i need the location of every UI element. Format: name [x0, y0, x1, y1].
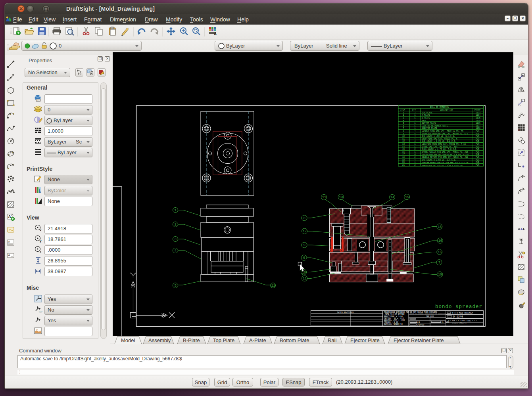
svg-text:TOP PLATE: TOP PLATE: [422, 112, 432, 114]
svg-text:1: 1: [414, 125, 415, 127]
svg-text:10: 10: [402, 135, 405, 138]
svg-text:DOUBLE RETURN PIN-DME CAT.#251: DOUBLE RETURN PIN-DME CAT.#2510 PG. J10: [422, 156, 468, 159]
svg-text:bondo spreader: bondo spreader: [435, 304, 482, 310]
svg-text:1: 1: [414, 114, 415, 117]
svg-text:PUR.: PUR.: [476, 143, 480, 145]
svg-text:SHOULDER BUSHING-DME CAT. #670: SHOULDER BUSHING-DME CAT. #6700 PG. K-7: [422, 133, 468, 135]
svg-text:7: 7: [403, 127, 404, 130]
svg-text:REFER TO ASSEMBLY DEPARTMENT F: REFER TO ASSEMBLY DEPARTMENT FOR DIMENSI…: [410, 313, 446, 315]
svg-text:11: 11: [303, 277, 307, 281]
svg-text:3/8-16UNC x .50 LG- S.H.C.S.: 3/8-16UNC x .50 LG- S.H.C.S.: [422, 135, 455, 138]
svg-text:SPRUE PULLER PIN-DME CAT. #751: SPRUE PULLER PIN-DME CAT. #7511 PG. J16: [422, 151, 468, 153]
svg-text:A: A: [8, 214, 11, 219]
svg-text:4: 4: [414, 130, 415, 132]
svg-text:Ejector Plate: Ejector Plate: [350, 337, 380, 343]
svg-text:19: 19: [438, 273, 442, 277]
svg-text:1: 1: [414, 122, 415, 124]
svg-text:TUBULAR DOWELS-DME PG. K13 REF: TUBULAR DOWELS-DME PG. K13 REF. 1/4 x 1/…: [422, 161, 469, 163]
svg-text:PUR.: PUR.: [476, 135, 480, 138]
svg-text:1138: 1138: [476, 127, 480, 130]
svg-text:QTY: QTY: [412, 109, 416, 111]
svg-text:PUR.: PUR.: [476, 133, 480, 135]
svg-text:RAIL: RAIL: [422, 120, 426, 122]
svg-text:1135: 1135: [476, 117, 480, 119]
svg-text:1133: 1133: [476, 112, 480, 114]
svg-text:17: 17: [303, 230, 307, 233]
svg-text:PUR.: PUR.: [476, 148, 480, 151]
svg-text:2: 2: [414, 164, 415, 166]
svg-text:SURFACE FINISH 63: SURFACE FINISH 63: [384, 323, 403, 325]
svg-text:y: y: [40, 239, 42, 243]
svg-text:D-1240: D-1240: [453, 315, 463, 318]
svg-text:4: 4: [414, 135, 415, 138]
svg-text:1: 1: [175, 209, 177, 212]
svg-text:LEADER PINS-DME CAT. #500-GL P: LEADER PINS-DME CAT. #500-GL PG. KK: [422, 130, 463, 132]
svg-text:1134: 1134: [476, 114, 480, 117]
svg-text:18: 18: [402, 156, 405, 159]
svg-text:PUR.: PUR.: [476, 151, 480, 153]
svg-text:PUR.: PUR.: [476, 146, 480, 148]
svg-text:16: 16: [438, 251, 442, 254]
svg-text:9: 9: [303, 243, 305, 247]
svg-text:2: 2: [414, 120, 415, 122]
svg-text:17: 17: [402, 153, 405, 156]
svg-text:2: 2: [414, 148, 415, 151]
svg-text:BOTTOM PLATE: BOTTOM PLATE: [422, 122, 436, 124]
svg-text:6: 6: [303, 256, 305, 260]
svg-text:11: 11: [322, 195, 326, 199]
svg-text:PUR.: PUR.: [476, 153, 480, 156]
svg-text:x: x: [40, 228, 42, 232]
svg-text:10: 10: [438, 239, 442, 243]
svg-text:B-Plate: B-Plate: [183, 337, 200, 343]
svg-text:4: 4: [414, 133, 415, 135]
svg-text:STOP PINS-DME CAT. #2100 PG. K: STOP PINS-DME CAT. #2100 PG. K--: [422, 138, 460, 140]
svg-text:1: 1: [414, 151, 415, 153]
svg-text:1:1: 1:1: [417, 321, 420, 323]
svg-text:Assembly: Assembly: [148, 337, 171, 343]
svg-text:20: 20: [402, 161, 405, 164]
svg-text:A: A: [8, 254, 10, 256]
svg-text:8: 8: [303, 216, 305, 220]
svg-text:EJECTOR PLATE: EJECTOR PLATE: [422, 127, 437, 130]
svg-text:1: 1: [403, 112, 404, 114]
svg-text:PUR.: PUR.: [476, 164, 480, 166]
svg-text:21: 21: [402, 164, 405, 166]
svg-text:6: 6: [403, 125, 404, 127]
svg-text:ASME-Y14.5M STATED: ASME-Y14.5M STATED: [385, 313, 405, 315]
svg-text:4: 4: [175, 249, 177, 253]
svg-text:PUR.: PUR.: [476, 140, 480, 143]
svg-text:A: A: [214, 32, 217, 36]
svg-text:A-PLATE: A-PLATE: [422, 114, 430, 117]
svg-text:D = DWG # T = DWG-4 (pg) 4 = #: D = DWG # T = DWG-4 (pg) 4 = #: [448, 320, 477, 321]
svg-text:1: 1: [414, 161, 415, 164]
svg-text:12: 12: [402, 140, 405, 143]
svg-text:5: 5: [403, 122, 404, 124]
svg-text:2: 2: [414, 156, 415, 159]
svg-text:1/2-13UNC x 1.25 LG- S.H.C.S.: 1/2-13UNC x 1.25 LG- S.H.C.S.: [422, 140, 456, 143]
svg-text:DOWELS-DME PG. K13 REF. 3/16 x: DOWELS-DME PG. K13 REF. 3/16 x 1-1/2 LG: [422, 164, 463, 166]
svg-text:1: 1: [414, 143, 415, 145]
svg-text:4: 4: [414, 153, 415, 156]
svg-text:3: 3: [403, 117, 404, 119]
svg-text:BILL OF MATERIAL: BILL OF MATERIAL: [430, 106, 449, 109]
svg-text:SPRUE-DME CAT. #6-6601 PG. K14: SPRUE-DME CAT. #6-6601 PG. K14: [422, 146, 457, 148]
svg-text:DATES REVISIONS: DATES REVISIONS: [337, 312, 354, 314]
svg-text:A: A: [8, 240, 10, 243]
svg-text:PUR.: PUR.: [476, 156, 480, 159]
svg-text:13: 13: [402, 143, 405, 145]
svg-text:5 x 8 MOLD ASSEMBLY: 5 x 8 MOLD ASSEMBLY: [452, 312, 473, 314]
svg-text:4: 4: [414, 159, 415, 161]
svg-text:1139: 1139: [476, 120, 480, 122]
svg-text:PART#: PART#: [474, 109, 480, 111]
svg-text:4: 4: [403, 120, 404, 122]
svg-text:2: 2: [403, 114, 404, 117]
svg-text:Drawn2 SldWorks: Drawn2 SldWorks: [452, 322, 467, 324]
svg-text:8: 8: [403, 130, 404, 132]
svg-text:1/14/09: 1/14/09: [417, 324, 424, 326]
svg-text:1: 1: [414, 127, 415, 130]
svg-text:PUR.: PUR.: [476, 161, 480, 164]
svg-text:EJECTOR PINS-DME CAT.#2500-06: EJECTOR PINS-DME CAT.#2500-06 PG -1.5 DI…: [422, 154, 469, 155]
svg-text:11: 11: [271, 284, 275, 288]
svg-text:Top Plate: Top Plate: [213, 337, 234, 343]
svg-text:15: 15: [402, 148, 405, 151]
